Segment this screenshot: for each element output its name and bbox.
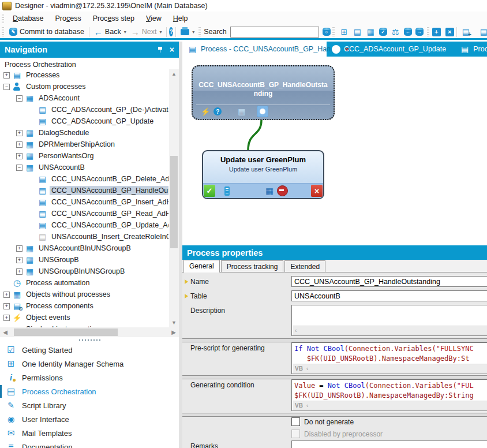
node-help-icon[interactable]: ?	[213, 107, 222, 115]
description-scroll-hint[interactable]: ‹	[293, 326, 487, 335]
name-field[interactable]	[291, 276, 487, 287]
toolbar-grip[interactable]	[427, 27, 429, 36]
scroll-down-icon[interactable]: ▼	[169, 318, 179, 327]
tree-vertical-scrollbar[interactable]: ▲ ▼	[169, 69, 179, 327]
scroll-left-icon[interactable]: ‹	[306, 365, 308, 372]
print-button[interactable]: ▾	[178, 28, 197, 36]
scrollbar-thumb[interactable]	[170, 156, 178, 248]
pin-icon[interactable]	[157, 46, 164, 53]
tree-item[interactable]: Process automation	[0, 277, 168, 289]
gencond-code[interactable]: Value = Not CBool(Connection.Variables("…	[292, 380, 487, 402]
scroll-up-icon[interactable]: ▲	[169, 69, 179, 79]
event-connector-button[interactable]	[257, 106, 268, 117]
commit-to-database-button[interactable]: ✎ Commit to database	[7, 27, 87, 36]
scales-icon[interactable]	[391, 27, 400, 36]
delete-document-icon[interactable]: ×	[445, 28, 454, 36]
building-icon[interactable]	[366, 27, 376, 36]
tree-item[interactable]: −ADSAccount	[0, 92, 168, 104]
back-button[interactable]: ← Back ▾	[92, 27, 129, 38]
menu-item-process[interactable]: Process	[50, 13, 87, 24]
help-icon[interactable]: ?	[169, 27, 173, 36]
properties-tab-extended[interactable]: Extended	[284, 260, 325, 272]
table-field[interactable]	[291, 290, 487, 301]
tree-item[interactable]: CCC_ADSAccount_GP_(De-)Activate	[0, 104, 168, 115]
nav-item-permissions[interactable]: Permissions	[0, 371, 179, 384]
properties-tab-general[interactable]: General	[183, 260, 220, 272]
step-success-icon[interactable]: ✓	[204, 185, 215, 197]
remarks-field[interactable]	[291, 440, 487, 448]
tab-1[interactable]: CCC_ADSAccount_GP_Update	[327, 42, 451, 57]
tree-item[interactable]: CCC_UNSAccountB_GP_Update_AdHoc	[0, 219, 168, 231]
tree-item[interactable]: +UNSAccountBInUNSGroupB	[0, 242, 168, 254]
step-table-icon[interactable]: ▦	[265, 186, 274, 196]
tree-item[interactable]: +Process components	[0, 300, 168, 312]
tree-horizontal-scrollbar[interactable]: ◀ ▶	[0, 327, 179, 337]
expand-icon[interactable]: +	[16, 268, 23, 275]
paste-add-icon[interactable]	[461, 27, 471, 36]
expand-icon[interactable]: +	[16, 257, 23, 263]
nav-item-one-identity-manager-schema[interactable]: One Identity Manager Schema	[0, 357, 179, 371]
next-button[interactable]: → Next ▾	[129, 27, 164, 38]
scroll-right-icon[interactable]: ▶	[168, 327, 179, 337]
prescript-code[interactable]: If Not CBool(Connection.Variables("FULLS…	[292, 343, 487, 365]
menu-item-database[interactable]: Database	[7, 13, 50, 24]
toolbar-grip[interactable]	[198, 27, 201, 36]
form-icon[interactable]	[353, 27, 362, 36]
expand-icon[interactable]: +	[3, 315, 10, 321]
scroll-left-icon[interactable]: ◀	[0, 327, 10, 337]
section-splitter[interactable]	[182, 338, 487, 342]
step-server-icon[interactable]	[224, 186, 230, 196]
tree-item[interactable]: −UNSAccountB	[0, 162, 168, 173]
tree-item[interactable]: Single object operations	[0, 323, 168, 327]
add-document-icon[interactable]: +	[432, 28, 441, 36]
prescript-editor[interactable]: If Not CBool(Connection.Variables("FULLS…	[291, 342, 487, 374]
navigation-splitter-handle[interactable]	[0, 337, 179, 343]
print-dropdown-icon[interactable]: ▾	[192, 29, 194, 35]
tree-item[interactable]: +DialogSchedule	[0, 127, 168, 139]
tree-item[interactable]: +Object events	[0, 312, 168, 323]
collapse-icon[interactable]: −	[16, 165, 23, 171]
expand-icon[interactable]: +	[3, 72, 10, 79]
step-no-entry-icon[interactable]	[277, 185, 288, 196]
section-splitter[interactable]	[182, 413, 487, 417]
tree-item[interactable]: +PersonWantsOrg	[0, 150, 168, 162]
database-import-icon[interactable]: ←	[404, 28, 412, 36]
tree-item[interactable]: CCC_ADSAccount_GP_Update	[0, 115, 168, 127]
nav-item-script-library[interactable]: Script Library	[0, 398, 179, 412]
scroll-left-icon[interactable]: ‹	[306, 402, 308, 409]
expand-icon[interactable]: +	[16, 245, 23, 252]
toolbar-grip[interactable]	[2, 27, 4, 36]
tree-item[interactable]: +Objects without processes	[0, 289, 168, 300]
nav-item-getting-started[interactable]: Getting Started	[0, 343, 179, 357]
collapse-icon[interactable]: −	[16, 95, 23, 102]
search-input[interactable]	[231, 28, 324, 36]
do-not-generate-checkbox-row[interactable]: Do not generate	[291, 417, 354, 426]
nav-item-user-interface[interactable]: User Interface	[0, 412, 179, 426]
nav-item-mail-templates[interactable]: Mail Templates	[0, 426, 179, 440]
nav-item-process-orchestration[interactable]: Process Orchestration	[0, 384, 179, 398]
collapse-icon[interactable]: −	[3, 84, 10, 90]
database-check-icon[interactable]: ✓	[379, 28, 387, 36]
back-dropdown-icon[interactable]: ▾	[124, 29, 126, 35]
next-dropdown-icon[interactable]: ▾	[159, 29, 162, 35]
properties-tab-process-tracking[interactable]: Process tracking	[221, 260, 284, 272]
close-icon[interactable]: ×	[170, 46, 174, 54]
expand-icon[interactable]: +	[3, 292, 10, 298]
scroll-left-icon[interactable]: ‹	[295, 327, 297, 334]
search-database-icon[interactable]: ○	[323, 28, 331, 36]
toolbar-grip[interactable]	[332, 27, 335, 36]
tree-item[interactable]: +UNSGroupB	[0, 254, 168, 266]
org-chart-icon[interactable]	[339, 27, 349, 36]
tab-2[interactable]: Proce	[455, 42, 487, 57]
menu-item-help[interactable]: Help	[167, 13, 194, 24]
tree-item[interactable]: UNSAccountB_Insert_CreateRoleInGreenPlum	[0, 231, 168, 242]
expand-icon[interactable]: +	[3, 303, 10, 309]
description-field[interactable]: ‹	[291, 305, 487, 336]
process-node[interactable]: CCC_UNSAccountB_GP_HandleOutsta nding ⚡ …	[192, 65, 335, 120]
menu-item-process-step[interactable]: Process step	[87, 13, 140, 24]
menubar-grip[interactable]	[2, 14, 4, 23]
tree-item[interactable]: CCC_UNSAccountB_GP_Delete_AdHoc	[0, 173, 168, 185]
tab-0[interactable]: Process - CCC_UNSAccountB_GP_Han...×	[182, 42, 327, 57]
paste-icon[interactable]	[479, 27, 487, 36]
nav-item-documentation[interactable]: Documentation	[0, 440, 179, 448]
